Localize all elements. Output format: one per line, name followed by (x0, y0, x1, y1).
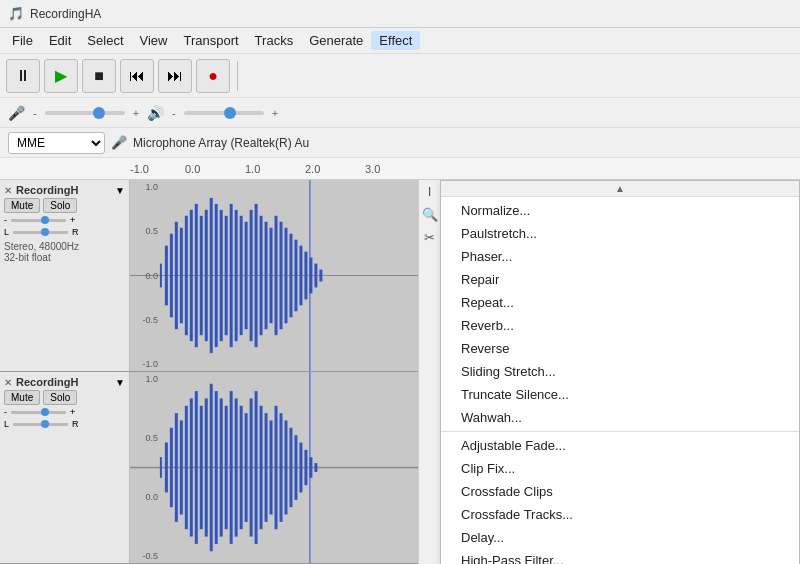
input-volume-slider[interactable] (45, 111, 125, 115)
svg-rect-4 (170, 234, 173, 318)
svg-rect-24 (270, 228, 273, 324)
menu-crossfade-clips[interactable]: Crossfade Clips (441, 480, 799, 503)
cut-icon[interactable]: ✂ (422, 228, 437, 247)
menu-edit[interactable]: Edit (41, 31, 79, 50)
menu-high-pass-filter[interactable]: High-Pass Filter... (441, 549, 799, 564)
stop-button[interactable]: ■ (82, 59, 116, 93)
menu-reverse[interactable]: Reverse (441, 337, 799, 360)
svg-rect-27 (285, 228, 288, 324)
svg-rect-17 (235, 210, 238, 341)
svg-rect-20 (250, 210, 253, 341)
svg-rect-66 (299, 443, 302, 493)
track-1: ✕ RecordingH ▼ Mute Solo - + L (0, 180, 439, 372)
menu-crossfade-tracks[interactable]: Crossfade Tracks... (441, 503, 799, 526)
svg-rect-3 (165, 246, 168, 306)
menu-repeat[interactable]: Repeat... (441, 291, 799, 314)
menu-phaser[interactable]: Phaser... (441, 245, 799, 268)
track-2-pan-slider[interactable] (13, 423, 68, 426)
svg-rect-19 (245, 222, 248, 329)
output-volume-slider[interactable] (184, 111, 264, 115)
svg-rect-64 (289, 428, 292, 507)
effect-menu-section-2: Adjustable Fade... Clip Fix... Crossfade… (441, 432, 799, 564)
output-volume-thumb[interactable] (224, 107, 236, 119)
track-2-mute[interactable]: Mute (4, 390, 40, 405)
menu-select[interactable]: Select (79, 31, 131, 50)
track-2-dropdown[interactable]: ▼ (115, 377, 125, 388)
menu-repair[interactable]: Repair (441, 268, 799, 291)
track-2-gain-thumb[interactable] (41, 408, 49, 416)
track-2-y-labels: 1.0 0.5 0.0 -0.5 (130, 372, 160, 563)
menu-view[interactable]: View (132, 31, 176, 50)
host-select[interactable]: MME DirectSound WASAPI (8, 132, 105, 154)
track-1-gain-slider[interactable] (11, 219, 66, 222)
track-1-pan-slider[interactable] (13, 231, 68, 234)
menu-generate[interactable]: Generate (301, 31, 371, 50)
svg-rect-44 (190, 398, 193, 536)
menu-tracks[interactable]: Tracks (247, 31, 302, 50)
menu-effect[interactable]: Effect (371, 31, 420, 50)
svg-rect-13 (215, 204, 218, 347)
svg-rect-11 (205, 210, 208, 341)
svg-rect-63 (285, 420, 288, 514)
menu-normalize[interactable]: Normalize... (441, 199, 799, 222)
menu-truncate-silence[interactable]: Truncate Silence... (441, 383, 799, 406)
record-button[interactable]: ● (196, 59, 230, 93)
track-1-waveform-svg (130, 180, 439, 371)
menu-clip-fix[interactable]: Clip Fix... (441, 457, 799, 480)
svg-rect-56 (250, 398, 253, 536)
svg-rect-21 (255, 204, 258, 347)
skip-start-button[interactable]: ⏮ (120, 59, 154, 93)
track-2-solo[interactable]: Solo (43, 390, 77, 405)
track-2-gain-plus: + (70, 407, 75, 417)
track-1-pan-thumb[interactable] (41, 228, 49, 236)
menu-file[interactable]: File (4, 31, 41, 50)
menu-paulstretch[interactable]: Paulstretch... (441, 222, 799, 245)
track-2-header: ✕ RecordingH ▼ Mute Solo - + L (0, 372, 130, 563)
svg-rect-41 (175, 413, 178, 522)
svg-rect-48 (210, 384, 213, 551)
svg-rect-38 (160, 457, 162, 478)
play-button[interactable]: ▶ (44, 59, 78, 93)
track-2-waveform[interactable]: 1.0 0.5 0.0 -0.5 (130, 372, 439, 563)
zoom-icon[interactable]: 🔍 (420, 205, 440, 224)
svg-rect-7 (185, 216, 188, 335)
track-2-pan-thumb[interactable] (41, 420, 49, 428)
svg-rect-43 (185, 406, 188, 529)
track-1-close[interactable]: ✕ (4, 185, 12, 196)
ruler-mark-2: 1.0 (245, 163, 260, 175)
menu-delay[interactable]: Delay... (441, 526, 799, 549)
input-volume-thumb[interactable] (93, 107, 105, 119)
menu-adjustable-fade[interactable]: Adjustable Fade... (441, 434, 799, 457)
menu-wahwah[interactable]: Wahwah... (441, 406, 799, 429)
menu-transport[interactable]: Transport (175, 31, 246, 50)
toolbar-separator (237, 61, 238, 91)
track-1-waveform[interactable]: 1.0 0.5 0.0 -0.5 -1.0 (130, 180, 439, 371)
svg-rect-23 (265, 222, 268, 329)
ruler-mark-4: 3.0 (365, 163, 380, 175)
sliders-bar: 🎤 - + 🔊 - + (0, 98, 800, 128)
track-1-dropdown[interactable]: ▼ (115, 185, 125, 196)
menu-sliding-stretch[interactable]: Sliding Stretch... (441, 360, 799, 383)
cursor-icon[interactable]: I (426, 182, 434, 201)
track-1-mute[interactable]: Mute (4, 198, 40, 213)
track-2-pan-r: R (72, 419, 79, 429)
track-2-waveform-svg (130, 372, 439, 563)
track-2-gain-minus: - (4, 407, 7, 417)
svg-rect-60 (270, 420, 273, 514)
skip-end-button[interactable]: ⏭ (158, 59, 192, 93)
effect-menu-section-1: Normalize... Paulstretch... Phaser... Re… (441, 197, 799, 432)
menu-reverb[interactable]: Reverb... (441, 314, 799, 337)
svg-rect-16 (230, 204, 233, 347)
svg-rect-35 (309, 180, 310, 371)
track-1-header: ✕ RecordingH ▼ Mute Solo - + L (0, 180, 130, 371)
svg-rect-57 (255, 391, 258, 544)
track-1-gain-thumb[interactable] (41, 216, 49, 224)
pause-button[interactable]: ⏸ (6, 59, 40, 93)
track-panel: ✕ RecordingH ▼ Mute Solo - + L (0, 180, 440, 564)
track-2-gain-slider[interactable] (11, 411, 66, 414)
svg-rect-31 (304, 252, 307, 300)
track-2-close[interactable]: ✕ (4, 377, 12, 388)
svg-rect-51 (225, 406, 228, 529)
svg-rect-42 (180, 420, 183, 514)
track-1-solo[interactable]: Solo (43, 198, 77, 213)
